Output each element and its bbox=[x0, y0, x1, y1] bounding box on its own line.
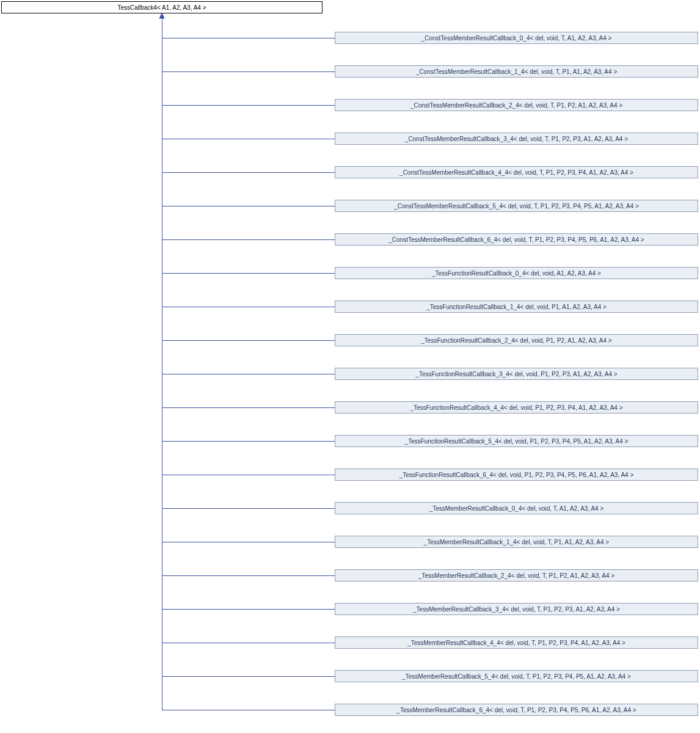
derived-class-node[interactable]: _TessFunctionResultCallback_0_4< del, vo… bbox=[335, 267, 698, 279]
derived-class-node[interactable]: _ConstTessMemberResultCallback_2_4< del,… bbox=[335, 99, 698, 111]
derived-class-node[interactable]: _TessMemberResultCallback_2_4< del, void… bbox=[335, 569, 698, 582]
derived-class-node[interactable]: _TessMemberResultCallback_0_4< del, void… bbox=[335, 502, 698, 514]
root-class-node[interactable]: TessCallback4< A1, A2, A3, A4 > bbox=[1, 1, 323, 13]
derived-class-node[interactable]: _ConstTessMemberResultCallback_0_4< del,… bbox=[335, 32, 698, 44]
derived-class-node[interactable]: _TessFunctionResultCallback_2_4< del, vo… bbox=[335, 334, 698, 346]
derived-class-node[interactable]: _TessFunctionResultCallback_3_4< del, vo… bbox=[335, 368, 698, 380]
derived-class-node[interactable]: _TessMemberResultCallback_3_4< del, void… bbox=[335, 603, 698, 615]
derived-class-node[interactable]: _TessFunctionResultCallback_5_4< del, vo… bbox=[335, 435, 698, 447]
derived-class-node[interactable]: _TessMemberResultCallback_1_4< del, void… bbox=[335, 536, 698, 548]
derived-class-node[interactable]: _ConstTessMemberResultCallback_5_4< del,… bbox=[335, 200, 698, 212]
svg-marker-1 bbox=[159, 13, 164, 18]
derived-class-node[interactable]: _TessFunctionResultCallback_1_4< del, vo… bbox=[335, 301, 698, 313]
derived-class-node[interactable]: _TessMemberResultCallback_6_4< del, void… bbox=[335, 704, 698, 716]
derived-class-node[interactable]: _TessMemberResultCallback_5_4< del, void… bbox=[335, 670, 698, 682]
derived-class-node[interactable]: _ConstTessMemberResultCallback_6_4< del,… bbox=[335, 233, 698, 246]
derived-class-node[interactable]: _TessFunctionResultCallback_6_4< del, vo… bbox=[335, 469, 698, 481]
derived-class-node[interactable]: _ConstTessMemberResultCallback_4_4< del,… bbox=[335, 166, 698, 178]
inheritance-diagram: TessCallback4< A1, A2, A3, A4 > _ConstTe… bbox=[0, 0, 700, 733]
derived-class-node[interactable]: _TessMemberResultCallback_4_4< del, void… bbox=[335, 636, 698, 649]
derived-class-node[interactable]: _TessFunctionResultCallback_4_4< del, vo… bbox=[335, 401, 698, 414]
derived-class-node[interactable]: _ConstTessMemberResultCallback_1_4< del,… bbox=[335, 65, 698, 78]
derived-class-node[interactable]: _ConstTessMemberResultCallback_3_4< del,… bbox=[335, 133, 698, 145]
